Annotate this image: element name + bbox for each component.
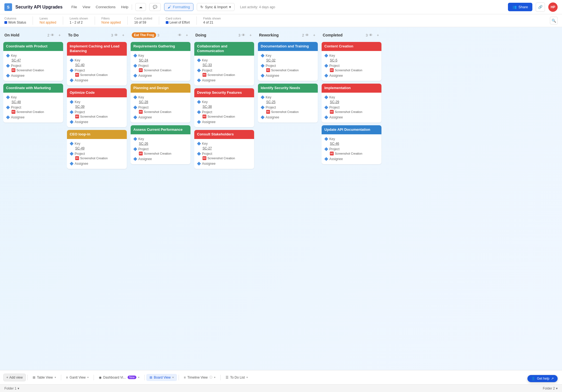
key-value-c14[interactable]: SC-5 [330,58,337,62]
project-badge-c15: SC [330,110,334,114]
filter-cards-plotted[interactable]: Cards plotted 16 of 59 [134,17,152,24]
card-c14[interactable]: Content Creation Key SC-5 Project SC Scr… [322,42,381,81]
folder-2[interactable]: Folder 2 ▾ [543,387,558,390]
link-button[interactable]: 🔗 [536,2,545,12]
card-c10[interactable]: Develop Security Features Key SC-38 Proj… [194,88,254,127]
column-add-btn-on-hold[interactable]: + [57,32,63,38]
tab-todo-list[interactable]: ☰ To Do List ▾ [222,374,251,381]
filter-card-colors[interactable]: Card colors Level of Effort [166,17,190,24]
card-c2[interactable]: Coordinate with Marketing Key SC-48 Proj… [3,84,63,123]
key-value-c6[interactable]: SC-24 [139,58,148,62]
cloud-button[interactable]: ☁ [135,3,146,11]
card-c3[interactable]: Implement Caching and Load Balancing Key… [67,42,127,86]
column-add-btn-completed[interactable]: + [375,32,381,38]
card-title-c4: Optimize Code [70,90,124,95]
column-add-btn-reworking[interactable]: + [311,32,317,38]
card-c9[interactable]: Collaboration and Communication Key SC-3… [194,42,254,86]
get-help-button[interactable]: 👤 Get help ↗ [527,375,558,382]
card-c5[interactable]: CEO loop-in Key SC-49 Project SC Screens… [67,130,127,169]
card-c4[interactable]: Optimize Code Key SC-39 Project SC Scree… [67,88,127,127]
filter-levels[interactable]: Levels shown 1 - 2 of 2 [70,17,88,24]
card-key-field-c6: Key [134,54,187,58]
project-label-c6: Project [138,64,148,68]
key-value-c7[interactable]: SC-28 [139,100,148,104]
card-project-field-c15: Project [325,106,378,109]
key-value-c12[interactable]: SC-32 [266,58,276,62]
key-value-c2[interactable]: SC-48 [12,100,21,104]
key-icon-c14 [324,54,328,58]
key-value-c16[interactable]: SC-46 [330,142,339,146]
chat-button[interactable]: 💬 [149,3,161,11]
status-dot [4,21,7,24]
column-add-btn-eat-the-frog[interactable]: + [184,32,190,38]
card-c12[interactable]: Documentation and Training Key SC-32 Pro… [258,42,318,81]
card-c7[interactable]: Planning and Design Key SC-28 Project SC… [131,84,190,123]
filter-search: 🔍 [550,17,558,24]
folder-1[interactable]: Folder 1 ▾ [4,387,19,390]
card-title-bar-c16: Update API Documentation [322,125,381,134]
column-hide-btn-completed[interactable]: 👁 [368,32,374,38]
nav-file[interactable]: File [71,5,77,9]
column-hide-btn-eat-the-frog[interactable]: 👁 [177,32,183,38]
gantt-view-chevron: ▾ [87,376,89,379]
card-c8[interactable]: Assess Current Performance Key SC-26 Pro… [131,125,190,164]
tab-dashboard-view[interactable]: ◉ Dashboard Vi... New ▾ [95,374,143,381]
project-value-c1: Screenshot Creation [16,69,44,72]
key-value-c10[interactable]: SC-38 [203,105,212,109]
tab-table-view[interactable]: ⊞ Table View ▾ [29,374,59,381]
column-hide-btn-to-do[interactable]: 👁 [113,32,119,38]
card-c13[interactable]: Identify Security Needs Key SC-25 Projec… [258,84,318,123]
cards-container-to-do: Implement Caching and Load Balancing Key… [67,42,127,365]
key-value-c1[interactable]: SC-47 [12,58,21,62]
assignee-label-c7: Assignee [138,115,152,119]
tab-timeline-view[interactable]: ≡ Timeline View ⓘ ▾ [181,374,219,381]
key-value-c4[interactable]: SC-39 [75,105,85,109]
tab-gantt-view[interactable]: ≡ Gantt View ▾ [63,374,92,381]
key-label-c1: Key [11,54,17,58]
card-c6[interactable]: Requirements Gathering Key SC-24 Project… [131,42,190,81]
formatting-button[interactable]: 🖌 Formatting [164,3,193,11]
tab-board-view[interactable]: ⊞ Board View ▾ [146,374,177,381]
column-add-btn-to-do[interactable]: + [120,32,126,38]
filter-columns[interactable]: Columns Work Status [4,17,26,24]
column-hide-btn-on-hold[interactable]: 👁 [49,32,55,38]
project-badge-c13: SC [266,110,270,114]
key-icon-c7 [133,95,137,99]
nav-view[interactable]: View [83,5,90,9]
card-project-field-c5: Project [70,152,123,156]
filter-fields[interactable]: Fields shown 4 of 21 [203,17,221,24]
column-hide-btn-doing[interactable]: 👁 [240,32,246,38]
avatar[interactable]: HP [548,2,558,12]
column-reworking: Reworking 2 👁 + Documentation and Traini… [258,30,318,365]
card-project-field-c1: Project [7,64,60,68]
card-c1[interactable]: Coordinate with Product Key SC-47 Projec… [3,42,63,81]
column-hide-btn-reworking[interactable]: 👁 [304,32,310,38]
add-view-button[interactable]: + Add view [3,374,26,381]
levels-value: 1 - 2 of 2 [70,21,88,24]
card-colors-value: Level of Effort [166,21,190,24]
key-value-c13[interactable]: SC-25 [266,100,276,104]
key-value-c9[interactable]: SC-33 [203,63,212,67]
filter-filters[interactable]: Filters None applied [102,17,121,24]
filter-lanes[interactable]: Lanes Not applied [40,17,56,24]
card-c15[interactable]: Implementation Key SC-29 Project SC Scre… [322,84,381,123]
key-value-c11[interactable]: SC-27 [203,146,212,150]
card-c16[interactable]: Update API Documentation Key SC-46 Proje… [322,125,381,164]
filters-value: None applied [102,21,121,24]
sync-button[interactable]: ↻ Sync & Import ▾ [197,3,235,11]
column-header-on-hold: On Hold 2 👁 + [3,30,64,40]
share-button[interactable]: 👥 Share [508,3,532,11]
assignee-label-c16: Assignee [329,157,343,161]
key-value-c15[interactable]: SC-29 [330,100,339,104]
search-button[interactable]: 🔍 [550,17,558,24]
nav-connections[interactable]: Connections [96,5,116,9]
column-add-btn-doing[interactable]: + [248,32,254,38]
column-title-to-do: To Do [68,33,110,37]
project-icon-c8 [133,147,137,151]
key-value-c8[interactable]: SC-26 [139,142,148,146]
card-c11[interactable]: Consult Stakeholders Key SC-27 Project S… [194,130,254,169]
project-label-c12: Project [266,64,276,68]
key-value-c5[interactable]: SC-49 [75,146,85,150]
nav-help[interactable]: Help [121,5,128,9]
key-value-c3[interactable]: SC-40 [75,63,85,67]
